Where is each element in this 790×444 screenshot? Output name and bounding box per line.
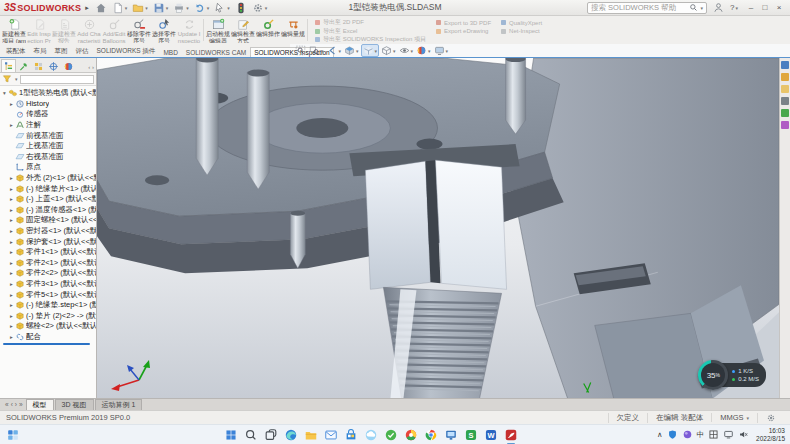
taskbar-chrome-button[interactable] — [423, 427, 439, 443]
search-icon[interactable] — [689, 3, 698, 12]
tree-item[interactable]: ▸零件3<1> (默认<<默认>_显示状态 — [1, 279, 96, 290]
expand-arrow[interactable]: ▾ — [1, 90, 8, 96]
tree-item[interactable]: ▸外壳 (2)<1> (默认<<默认>_显示状 — [1, 173, 96, 184]
qualityxpert-button[interactable]: QualityXpert — [500, 19, 542, 27]
export-excel-button[interactable]: 导出至 Excel — [314, 28, 426, 36]
edit-inspection-project-button[interactable]: Edit Inspection Project — [27, 17, 51, 43]
taskbar-solidworks-button[interactable] — [503, 427, 519, 443]
tree-item[interactable]: ▸密封器<1> (默认<<默认>_显示状 — [1, 226, 96, 237]
remove-balloons-button[interactable]: 移除零件序号 — [127, 17, 151, 43]
panel-tab-displaymanager[interactable] — [61, 59, 76, 72]
taskbar-app-display-button[interactable] — [443, 427, 459, 443]
tree-item[interactable]: 前视基准面 — [1, 130, 96, 141]
menu-flyout-arrow[interactable]: ▸ — [85, 4, 89, 12]
panel-tab-scroll-arrows[interactable]: ‹ › — [88, 64, 95, 72]
open-button[interactable]: ▾ — [130, 1, 150, 15]
filter-funnel-icon[interactable] — [2, 74, 12, 84]
taskbar-app-cloud-button[interactable] — [363, 427, 379, 443]
panel-tab-configurationmanager[interactable] — [31, 59, 46, 72]
dropdown-arrow[interactable]: ▾ — [746, 415, 749, 421]
expand-arrow[interactable]: ▸ — [8, 334, 15, 340]
tree-item[interactable]: ▸(-) 上盖<1> (默认<<默认>_显示状 — [1, 194, 96, 205]
file-explorer-pane-icon[interactable] — [781, 85, 789, 93]
new-inspection-report-button[interactable]: 新建检查报告 — [52, 17, 76, 43]
expand-arrow[interactable]: ▸ — [8, 239, 15, 245]
expand-arrow[interactable]: ▸ — [8, 260, 15, 266]
status-options[interactable] — [757, 413, 784, 423]
design-library-icon[interactable] — [781, 73, 789, 81]
tree-item[interactable]: ▸保护套<1> (默认<<默认>_显示状 — [1, 236, 96, 247]
export-edrawing-button[interactable]: Export eDrawing — [435, 28, 491, 36]
model-viewport[interactable] — [97, 58, 779, 398]
edit-operations-button[interactable]: 编辑操作 — [256, 17, 280, 43]
expand-arrow[interactable]: ▸ — [8, 186, 15, 192]
search-box[interactable]: 搜索 SOLIDWORKS 帮助 ▾ — [587, 2, 707, 14]
rollback-bar[interactable] — [3, 343, 90, 345]
ribbon-tab-mbd[interactable]: MBD — [159, 47, 181, 57]
dropdown-arrow[interactable]: ▾ — [125, 5, 128, 11]
tree-item[interactable]: 传感器 — [1, 109, 96, 120]
display-style-button[interactable]: ▾ — [380, 44, 397, 57]
new-document-button[interactable]: ▾ — [110, 1, 130, 15]
ribbon-tab-solidworks-插件[interactable]: SOLIDWORKS 插件 — [93, 45, 160, 57]
zoom-area-button[interactable]: ▾ — [308, 44, 325, 57]
tree-item[interactable]: ▸零件2<1> (默认<<默认>_显示状态 — [1, 258, 96, 269]
hide-show-items-button[interactable]: ▾ — [398, 44, 415, 57]
tree-item[interactable]: 右视基准面 — [1, 152, 96, 163]
export-3d-pdf-button[interactable]: Export to 3D PDF — [435, 19, 491, 27]
taskbar-search-button[interactable] — [243, 427, 259, 443]
dropdown-arrow[interactable]: ▾ — [446, 48, 449, 54]
zoom-fit-button[interactable] — [294, 44, 307, 57]
expand-arrow[interactable]: ▸ — [8, 313, 15, 319]
restore-button[interactable]: □ — [758, 3, 772, 12]
tree-item[interactable]: 上视基准面 — [1, 141, 96, 152]
document-tab-3D-视图[interactable]: 3D 视图 — [55, 399, 94, 410]
status-item[interactable]: MMGS▾ — [711, 413, 757, 422]
solidworks-resources-icon[interactable] — [781, 61, 789, 69]
dropdown-arrow[interactable]: ▾ — [356, 48, 359, 54]
tree-item[interactable]: ▸螺栓<2> (默认<<默认>_显示状态 — [1, 321, 96, 332]
filter-dropdown-arrow[interactable]: ▾ — [15, 76, 18, 82]
taskbar-app-green-button[interactable] — [383, 427, 399, 443]
custom-properties-icon[interactable] — [781, 121, 789, 129]
taskbar-task-view-button[interactable] — [263, 427, 279, 443]
tree-item[interactable]: ▸配合 — [1, 332, 96, 343]
dropdown-arrow[interactable]: ▾ — [265, 5, 268, 11]
expand-arrow[interactable]: ▸ — [8, 122, 15, 128]
tab-scroll-arrow[interactable]: ‹ — [11, 401, 13, 408]
tab-scroll-arrow[interactable]: › — [15, 401, 17, 408]
edit-appearance-button[interactable]: ▾ — [415, 44, 432, 57]
expand-arrow[interactable]: ▸ — [8, 292, 15, 298]
ribbon-tab-solidworks-cam[interactable]: SOLIDWORKS CAM — [182, 47, 250, 57]
ribbon-tab-装配体[interactable]: 装配体 — [2, 45, 30, 57]
launch-inspection-editor-button[interactable]: 启动检规编辑器 — [206, 17, 230, 43]
view-settings-button[interactable]: ▾ — [433, 44, 450, 57]
tree-item[interactable]: ▸固定螺栓<1> (默认<<默认>_显示 — [1, 215, 96, 226]
net-inspect-button[interactable]: Net-Inspect — [500, 28, 542, 36]
section-view-button[interactable]: ▾ — [343, 44, 360, 57]
expand-arrow[interactable]: ▸ — [8, 217, 15, 223]
ime-mode-button[interactable] — [708, 429, 719, 440]
widgets-button[interactable] — [5, 427, 21, 443]
undo-button[interactable]: ▾ — [192, 1, 212, 15]
tree-item[interactable]: ▸零件2<2> (默认<<默认>_显示状态 — [1, 268, 96, 279]
tray-orb-button[interactable] — [682, 429, 693, 440]
taskbar-app-wheel-button[interactable] — [403, 427, 419, 443]
tree-item[interactable]: ▸注解 — [1, 120, 96, 131]
tree-root[interactable]: ▾1型铠装热电偶 (默认<默认>_显示状态-1 — [1, 88, 96, 99]
new-inspection-project-button[interactable]: 新建检查项目 (amp;M) — [2, 17, 26, 43]
view-palette-icon[interactable] — [781, 97, 789, 105]
tree-item[interactable]: ▸History — [1, 99, 96, 110]
export-swi-project-button[interactable]: 导出至 SOLIDWORKS Inspection 项目 — [314, 36, 426, 44]
select-button[interactable]: ▾ — [212, 1, 232, 15]
save-button[interactable]: ▾ — [151, 1, 171, 15]
tree-item[interactable]: ▸(-) 绝缘垫片<1> (默认<<默认>_显示 — [1, 183, 96, 194]
tab-scroll-arrow[interactable]: » — [19, 401, 23, 408]
taskbar-store-button[interactable] — [343, 427, 359, 443]
login-button[interactable] — [711, 1, 726, 15]
expand-arrow[interactable]: ▸ — [8, 249, 15, 255]
tree-item[interactable]: ▸(-) 温度传感器<1> (默认<<默认>_ — [1, 205, 96, 216]
minimize-button[interactable]: – — [744, 3, 758, 12]
expand-arrow[interactable]: ▸ — [8, 270, 15, 276]
previous-view-button[interactable]: ▾ — [326, 44, 343, 57]
